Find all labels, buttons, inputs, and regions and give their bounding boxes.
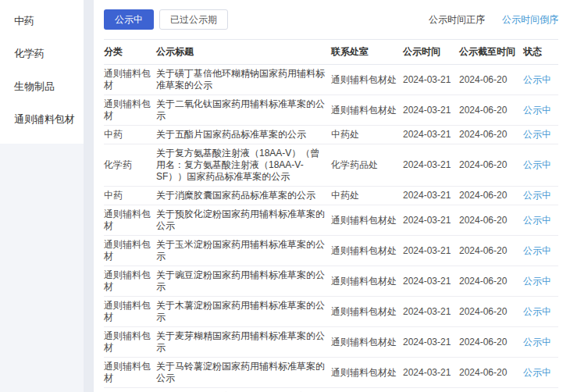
sort-time-descending[interactable]: 公示时间倒序 bbox=[502, 13, 558, 27]
row-title-link[interactable]: 关于马铃薯淀粉国家药用辅料标准草案的公示 bbox=[156, 358, 331, 388]
row-office: 通则辅料包材处 bbox=[331, 95, 403, 126]
row-title-link[interactable]: 关于二氧化钛国家药用辅料标准草案的公示 bbox=[156, 95, 331, 126]
status-tabs: 公示中 已过公示期 bbox=[104, 9, 228, 30]
row-status-link[interactable]: 公示中 bbox=[523, 327, 558, 358]
table-row: 化学药 关于复方氨基酸注射液（18AA-V）（曾用名：复方氨基酸注射液（18AA… bbox=[104, 144, 558, 187]
tab-in-publicity[interactable]: 公示中 bbox=[104, 9, 154, 30]
header-office: 联系处室 bbox=[331, 40, 403, 65]
row-office: 化学药品处 bbox=[331, 144, 403, 187]
row-end-date: 2024-06-20 bbox=[459, 358, 523, 388]
page: 中药 化学药 生物制品 通则辅料包材 公示中 已过公示期 公示时间正序 公示时间… bbox=[0, 0, 570, 392]
row-office: 中药处 bbox=[331, 187, 403, 205]
row-status-link[interactable]: 公示中 bbox=[523, 187, 558, 205]
row-title-link[interactable]: 关于豌豆淀粉国家药用辅料标准草案的公示 bbox=[156, 266, 331, 297]
table-row: 通则辅料包材 关于马铃薯淀粉国家药用辅料标准草案的公示 通则辅料包材处 2024… bbox=[104, 358, 558, 388]
row-publish-date: 2024-03-21 bbox=[403, 236, 459, 266]
toolbar: 公示中 已过公示期 公示时间正序 公示时间倒序 bbox=[104, 9, 558, 30]
row-end-date: 2024-06-20 bbox=[459, 144, 523, 187]
table-row: 通则辅料包材 关于小麦淀粉国家药用辅料标准草案的公示 通则辅料包材处 2024-… bbox=[104, 388, 558, 392]
row-end-date: 2024-06-20 bbox=[459, 236, 523, 266]
sort-time-ascending[interactable]: 公示时间正序 bbox=[429, 13, 485, 27]
header-status: 状态 bbox=[523, 40, 558, 65]
sort-controls: 公示时间正序 公示时间倒序 bbox=[429, 13, 558, 27]
row-status-link[interactable]: 公示中 bbox=[523, 388, 558, 392]
row-category: 通则辅料包材 bbox=[104, 236, 156, 266]
row-publish-date: 2024-03-21 bbox=[403, 126, 459, 144]
row-category: 通则辅料包材 bbox=[104, 358, 156, 388]
row-office: 通则辅料包材处 bbox=[331, 205, 403, 236]
row-status-link[interactable]: 公示中 bbox=[523, 126, 558, 144]
row-status-link[interactable]: 公示中 bbox=[523, 358, 558, 388]
row-office: 中药处 bbox=[331, 126, 403, 144]
row-status-link[interactable]: 公示中 bbox=[523, 65, 558, 95]
sidebar-item-huaxueyao[interactable]: 化学药 bbox=[0, 37, 84, 70]
row-publish-date: 2024-03-21 bbox=[403, 388, 459, 392]
row-end-date: 2024-06-20 bbox=[459, 187, 523, 205]
sidebar-item-tongzefuliao[interactable]: 通则辅料包材 bbox=[0, 103, 84, 136]
table-row: 中药 关于五酯片国家药品标准草案的公示 中药处 2024-03-21 2024-… bbox=[104, 126, 558, 144]
row-publish-date: 2024-03-21 bbox=[403, 358, 459, 388]
row-end-date: 2024-06-20 bbox=[459, 95, 523, 126]
row-office: 通则辅料包材处 bbox=[331, 266, 403, 297]
row-status-link[interactable]: 公示中 bbox=[523, 266, 558, 297]
row-end-date: 2024-06-20 bbox=[459, 205, 523, 236]
row-category: 化学药 bbox=[104, 144, 156, 187]
notice-table: 分类 公示标题 联系处室 公示时间 公示截至时间 状态 通则辅料包材 关于磺丁基… bbox=[104, 39, 558, 392]
row-category: 通则辅料包材 bbox=[104, 65, 156, 95]
row-end-date: 2024-06-20 bbox=[459, 327, 523, 358]
row-publish-date: 2024-03-21 bbox=[403, 266, 459, 297]
row-status-link[interactable]: 公示中 bbox=[523, 236, 558, 266]
tab-past-publicity[interactable]: 已过公示期 bbox=[159, 9, 228, 30]
row-title-link[interactable]: 关于木薯淀粉国家药用辅料标准草案的公示 bbox=[156, 297, 331, 327]
sidebar-item-shengwuzhipin[interactable]: 生物制品 bbox=[0, 70, 84, 103]
row-end-date: 2024-06-20 bbox=[459, 266, 523, 297]
row-title-link[interactable]: 关于五酯片国家药品标准草案的公示 bbox=[156, 126, 331, 144]
row-category: 通则辅料包材 bbox=[104, 205, 156, 236]
row-title-link[interactable]: 关于小麦淀粉国家药用辅料标准草案的公示 bbox=[156, 388, 331, 392]
row-title-link[interactable]: 关于磺丁基倍他环糊精钠国家药用辅料标准草案的公示 bbox=[156, 65, 331, 95]
row-category: 中药 bbox=[104, 126, 156, 144]
row-end-date: 2024-06-20 bbox=[459, 65, 523, 95]
sidebar: 中药 化学药 生物制品 通则辅料包材 bbox=[0, 0, 84, 392]
row-category: 通则辅料包材 bbox=[104, 327, 156, 358]
row-end-date: 2024-06-20 bbox=[459, 126, 523, 144]
table-row: 通则辅料包材 关于磺丁基倍他环糊精钠国家药用辅料标准草案的公示 通则辅料包材处 … bbox=[104, 65, 558, 95]
row-category: 通则辅料包材 bbox=[104, 266, 156, 297]
row-title-link[interactable]: 关于玉米淀粉国家药用辅料标准草案的公示 bbox=[156, 236, 331, 266]
row-office: 通则辅料包材处 bbox=[331, 358, 403, 388]
sidebar-menu: 中药 化学药 生物制品 通则辅料包材 bbox=[0, 0, 84, 144]
row-status-link[interactable]: 公示中 bbox=[523, 144, 558, 187]
row-office: 通则辅料包材处 bbox=[331, 297, 403, 327]
row-status-link[interactable]: 公示中 bbox=[523, 205, 558, 236]
header-category: 分类 bbox=[104, 40, 156, 65]
row-publish-date: 2024-03-21 bbox=[403, 187, 459, 205]
sidebar-item-zhongyao[interactable]: 中药 bbox=[0, 5, 84, 37]
row-office: 通则辅料包材处 bbox=[331, 236, 403, 266]
main-panel: 公示中 已过公示期 公示时间正序 公示时间倒序 分类 公示标题 联系处室 公示时… bbox=[94, 0, 570, 392]
row-status-link[interactable]: 公示中 bbox=[523, 297, 558, 327]
row-title-link[interactable]: 关于麦芽糊精国家药用辅料标准草案的公示 bbox=[156, 327, 331, 358]
table-row: 通则辅料包材 关于麦芽糊精国家药用辅料标准草案的公示 通则辅料包材处 2024-… bbox=[104, 327, 558, 358]
table-header: 分类 公示标题 联系处室 公示时间 公示截至时间 状态 bbox=[104, 40, 558, 65]
table-row: 通则辅料包材 关于木薯淀粉国家药用辅料标准草案的公示 通则辅料包材处 2024-… bbox=[104, 297, 558, 327]
header-title: 公示标题 bbox=[156, 40, 331, 65]
row-category: 通则辅料包材 bbox=[104, 297, 156, 327]
row-title-link[interactable]: 关于消糜胶囊国家药品标准草案的公示 bbox=[156, 187, 331, 205]
table-row: 通则辅料包材 关于预胶化淀粉国家药用辅料标准草案的公示 通则辅料包材处 2024… bbox=[104, 205, 558, 236]
row-office: 通则辅料包材处 bbox=[331, 327, 403, 358]
row-title-link[interactable]: 关于复方氨基酸注射液（18AA-V）（曾用名：复方氨基酸注射液（18AA-V-S… bbox=[156, 144, 331, 187]
row-category: 中药 bbox=[104, 187, 156, 205]
table-row: 中药 关于消糜胶囊国家药品标准草案的公示 中药处 2024-03-21 2024… bbox=[104, 187, 558, 205]
header-publish-date: 公示时间 bbox=[403, 40, 459, 65]
table-row: 通则辅料包材 关于二氧化钛国家药用辅料标准草案的公示 通则辅料包材处 2024-… bbox=[104, 95, 558, 126]
sidebar-divider bbox=[84, 0, 94, 392]
table-row: 通则辅料包材 关于豌豆淀粉国家药用辅料标准草案的公示 通则辅料包材处 2024-… bbox=[104, 266, 558, 297]
row-category: 通则辅料包材 bbox=[104, 95, 156, 126]
row-end-date: 2024-06-20 bbox=[459, 297, 523, 327]
row-publish-date: 2024-03-21 bbox=[403, 297, 459, 327]
row-title-link[interactable]: 关于预胶化淀粉国家药用辅料标准草案的公示 bbox=[156, 205, 331, 236]
row-publish-date: 2024-03-21 bbox=[403, 144, 459, 187]
row-status-link[interactable]: 公示中 bbox=[523, 95, 558, 126]
row-publish-date: 2024-03-21 bbox=[403, 205, 459, 236]
table-row: 通则辅料包材 关于玉米淀粉国家药用辅料标准草案的公示 通则辅料包材处 2024-… bbox=[104, 236, 558, 266]
